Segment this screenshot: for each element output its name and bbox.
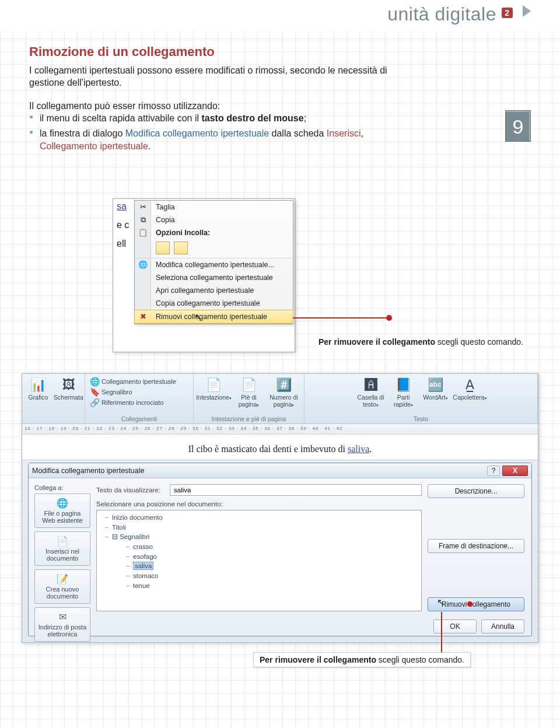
ribbon-btn-wordart[interactable]: 🔤WordArt▾	[419, 376, 452, 408]
ribbon-group-label-headerfooter: Intestazione e piè di pagina	[194, 415, 304, 422]
description-button[interactable]: Descrizione...	[428, 484, 524, 498]
bullet-list: il menu di scelta rapida attivabile con …	[29, 112, 391, 152]
tree-item-stomaco[interactable]: stomaco	[123, 571, 416, 581]
ribbon-btn-screenshot[interactable]: 🖼 Schermata	[54, 376, 84, 401]
screenshot-icon: 🖼	[61, 377, 77, 393]
email-icon: ✉	[37, 611, 88, 622]
ribbon-btn-bookmark[interactable]: 🔖Segnalibro	[90, 387, 189, 397]
screenshot-context-menu: sa e c ell ✂ Taglia ⧉ Copia 📋 Opzioni In…	[113, 198, 295, 352]
copy-icon: ⧉	[138, 215, 148, 225]
globe-link-icon: 🌐	[138, 260, 148, 270]
dialog-footer: OK Annulla	[29, 617, 531, 636]
linkto-place-in-doc[interactable]: 📄Inserisci nel documento	[34, 531, 90, 566]
unit-number-badge: 2	[502, 8, 512, 18]
tree-item-saliva[interactable]: saliva	[123, 561, 416, 571]
ribbon-group-label-text: Testo	[304, 415, 537, 422]
screenshot-word-dialog: 📊 Grafico 🖼 Schermata 🌐Collegamento iper…	[22, 373, 538, 643]
menu-item-copy[interactable]: ⧉ Copia	[135, 214, 293, 226]
clipboard-icon: 📋	[138, 228, 148, 237]
tree-item-tenue[interactable]: tenue	[123, 581, 416, 591]
dialog-titlebar: Modifica collegamento ipertestuale ? X	[29, 463, 531, 478]
header-icon: 📄	[206, 377, 222, 393]
doc-sentence-post: .	[369, 444, 372, 454]
menu-item-open-hyperlink[interactable]: Apri collegamento ipertestuale	[135, 284, 293, 297]
target-frame-button[interactable]: Frame di destinazione...	[428, 539, 524, 553]
linkto-file-web[interactable]: 🌐File o pagina Web esistente	[34, 494, 90, 528]
unit-title-text: unità digitale	[387, 4, 496, 24]
bullet-1: il menu di scelta rapida attivabile con …	[29, 112, 391, 125]
collega-label: Collega a:	[34, 484, 90, 491]
ribbon-group-header-footer: 📄Intestazione▾ 📄Piè di pagina▾ #️⃣Numero…	[194, 374, 304, 424]
callout-connector	[293, 317, 386, 318]
menu-item-edit-hyperlink[interactable]: 🌐 Modifica collegamento ipertestuale...	[135, 258, 293, 271]
tree-item-crasso[interactable]: crasso	[123, 542, 416, 552]
callout-dot-2	[467, 601, 473, 607]
dialog-close-button[interactable]: X	[502, 466, 528, 476]
quickparts-icon: 📘	[396, 377, 412, 393]
dialog-right-panel: Descrizione... Frame di destinazione... …	[428, 484, 524, 611]
ribbon-group-label-links: Collegamenti	[85, 415, 193, 422]
tree-node-segnalibri[interactable]: ⊟ Segnalibri	[102, 532, 416, 542]
callout-remove-command-2: Per rimuovere il collegamento scegli que…	[253, 652, 471, 667]
dialog-help-button[interactable]: ?	[487, 466, 500, 476]
menu-item-cut[interactable]: ✂ Taglia	[135, 201, 293, 214]
menu-item-copy-hyperlink[interactable]: Copia collegamento ipertestuale	[135, 297, 293, 310]
paragraph-intro: I collegamenti ipertestuali possono esse…	[29, 64, 391, 89]
text-to-display-input[interactable]	[170, 484, 422, 496]
ribbon-btn-crossref[interactable]: 🔗Riferimento incrociato	[90, 397, 189, 408]
ribbon-btn-dropcap[interactable]: A̲Capolettera▾	[452, 376, 488, 408]
ribbon-group-text: 🅰Casella di testo▾ 📘Parti rapide▾ 🔤WordA…	[304, 374, 538, 424]
tree-item-esofago[interactable]: esofago	[123, 552, 416, 562]
crossref-icon: 🔗	[90, 398, 99, 407]
page-number-icon: #️⃣	[276, 377, 292, 393]
paste-option-2[interactable]	[174, 242, 188, 254]
ribbon-btn-textbox[interactable]: 🅰Casella di testo▾	[354, 376, 388, 408]
dialog-title: Modifica collegamento ipertestuale	[32, 467, 144, 475]
page-number: 9	[505, 110, 531, 142]
chart-icon: 📊	[30, 377, 47, 393]
tree-node-titoli[interactable]: Titoli	[102, 523, 416, 533]
menu-item-select-hyperlink[interactable]: Seleziona collegamento ipertestuale	[135, 271, 293, 284]
paste-option-1[interactable]	[156, 242, 170, 254]
cancel-button[interactable]: Annulla	[481, 620, 524, 634]
footer-icon: 📄	[241, 377, 257, 393]
doc-position-tree[interactable]: Inizio documento Titoli ⊟ Segnalibri cra…	[96, 510, 422, 611]
dialog-edit-hyperlink: Modifica collegamento ipertestuale ? X C…	[28, 463, 532, 636]
context-menu: ✂ Taglia ⧉ Copia 📋 Opzioni Incolla: 🌐 Mo…	[134, 200, 293, 324]
menu-label-paste-options: 📋 Opzioni Incolla:	[135, 226, 293, 239]
doc-hyperlink-saliva[interactable]: saliva	[348, 444, 369, 454]
document-fragment: sa e c ell	[116, 201, 131, 351]
ribbon-btn-footer[interactable]: 📄Piè di pagina▾	[232, 376, 266, 408]
body-text: Rimozione di un collegamento I collegame…	[29, 43, 391, 152]
bookmark-icon: 🔖	[90, 387, 99, 397]
remove-link-button[interactable]: Rimuovi collegamento	[428, 597, 524, 611]
paste-options-row	[135, 239, 293, 258]
page-header: unità digitale 2	[0, 0, 560, 32]
menu-item-remove-hyperlink[interactable]: ✖ Rimuovi collegamento ipertestuale ↖	[134, 310, 293, 324]
ribbon: 📊 Grafico 🖼 Schermata 🌐Collegamento iper…	[22, 374, 538, 424]
unit-title: unità digitale 2	[387, 4, 531, 25]
ok-button[interactable]: OK	[433, 620, 477, 634]
linkto-email[interactable]: ✉Indirizzo di posta elettronica	[34, 607, 90, 642]
horizontal-ruler: 16 · 17 · 18 · 19 · 20 · 21 · 22 · 23 · …	[22, 424, 538, 435]
globe-icon: 🌐	[90, 377, 99, 386]
ribbon-btn-header[interactable]: 📄Intestazione▾	[196, 376, 232, 408]
callout-connector-2	[441, 612, 442, 654]
doc-word-1: sa	[117, 201, 131, 212]
ribbon-group-links: 🌐Collegamento ipertestuale 🔖Segnalibro 🔗…	[85, 374, 194, 424]
dialog-body: Collega a: 🌐File o pagina Web esistente …	[29, 478, 531, 617]
ribbon-btn-page-number[interactable]: #️⃣Numero di pagina▾	[266, 376, 302, 408]
ribbon-btn-chart[interactable]: 📊 Grafico	[23, 376, 54, 401]
linkto-new-doc[interactable]: 📝Crea nuovo documento	[34, 569, 90, 604]
tree-node-inizio[interactable]: Inizio documento	[102, 513, 416, 523]
dialog-left-panel: Collega a: 🌐File o pagina Web esistente …	[34, 484, 90, 611]
ribbon-btn-hyperlink[interactable]: 🌐Collegamento ipertestuale	[90, 376, 189, 387]
dialog-mid-panel: Testo da visualizzare: Selezionare una p…	[96, 484, 422, 611]
ribbon-group-illustrations: 📊 Grafico 🖼 Schermata	[22, 374, 85, 424]
ribbon-btn-quickparts[interactable]: 📘Parti rapide▾	[388, 376, 419, 408]
dropcap-icon: A̲	[462, 377, 478, 393]
section-title: Rimozione di un collegamento	[29, 43, 391, 61]
remove-link-icon: ✖	[138, 312, 148, 321]
callout-dot	[386, 315, 392, 321]
scissors-icon: ✂	[138, 202, 148, 212]
